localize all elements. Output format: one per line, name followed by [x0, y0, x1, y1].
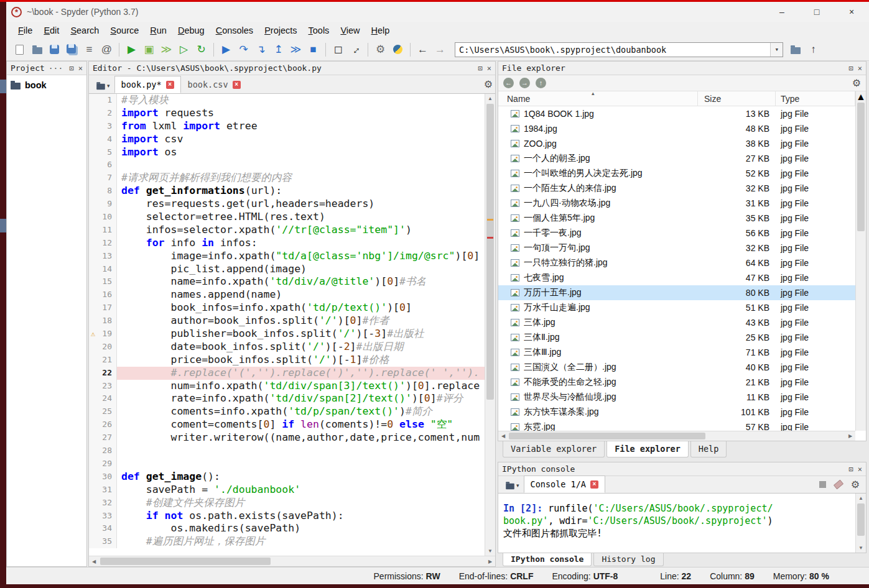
maximize-pane-icon[interactable]: ◻ [331, 42, 345, 57]
back-icon[interactable]: ← [416, 42, 430, 57]
open-file-icon[interactable] [30, 42, 44, 57]
console-vertical-scrollbar[interactable]: ▲ ▼ [855, 494, 866, 553]
column-header-type[interactable]: Type [776, 91, 855, 106]
file-row[interactable]: 东霓.jpg57 KBjpg File [498, 420, 855, 431]
file-row[interactable]: 世界尽头与冷酷仙境.jpg11 KBjpg File [498, 390, 855, 405]
step-out-icon[interactable]: ↥ [271, 42, 286, 57]
tab-history-log[interactable]: History log [593, 553, 663, 566]
preferences-icon[interactable]: ⚙ [373, 42, 388, 57]
undock-icon[interactable]: ⊡ [70, 64, 74, 73]
scroll-up-icon[interactable]: ▲ [485, 94, 495, 103]
console-body[interactable]: In [2]: runfile('C:/Users/ASUS/book/.spy… [498, 494, 866, 553]
close-button[interactable]: × [834, 2, 869, 22]
close-tab-icon[interactable]: × [233, 81, 241, 89]
forward-icon[interactable]: → [433, 42, 447, 57]
scroll-up-icon[interactable]: ▲ [856, 494, 866, 503]
parent-directory-icon[interactable]: ↑ [806, 42, 820, 57]
run-cell-icon[interactable]: ▣ [142, 42, 156, 57]
file-row[interactable]: 一个叫欧维的男人决定去死.jpg52 KBjpg File [498, 166, 855, 181]
menu-run[interactable]: Run [144, 24, 172, 37]
file-row[interactable]: 一只特立独行的猪.jpg64 KBjpg File [498, 255, 855, 270]
menu-source[interactable]: Source [105, 24, 144, 37]
file-row[interactable]: 三国演义（全二册）.jpg40 KBjpg File [498, 360, 855, 375]
remove-variables-icon[interactable] [833, 480, 843, 490]
editor-options-gear-icon[interactable]: ⚙ [484, 78, 493, 90]
browse-tabs-icon[interactable]: ▾ [91, 78, 114, 93]
file-row[interactable]: 一九八四·动物农场.jpg31 KBjpg File [498, 196, 855, 211]
desktop-icon[interactable] [0, 80, 6, 93]
scroll-right-icon[interactable]: ▶ [485, 556, 495, 566]
scroll-down-icon[interactable]: ▼ [856, 543, 866, 553]
menu-tools[interactable]: Tools [303, 24, 335, 37]
scrollbar-thumb[interactable] [857, 103, 865, 231]
file-row[interactable]: 三体Ⅱ.jpg25 KBjpg File [498, 330, 855, 345]
close-pane-icon[interactable]: × [858, 64, 862, 73]
menu-file[interactable]: File [12, 24, 38, 37]
undock-icon[interactable]: ⊡ [478, 64, 483, 73]
file-row[interactable]: 一个人的朝圣.jpg27 KBjpg File [498, 151, 855, 166]
console-tab[interactable]: Console 1/A × [524, 475, 605, 493]
file-row[interactable]: ZOO.jpg38 KBjpg File [498, 136, 855, 151]
save-all-icon[interactable] [65, 42, 79, 57]
editor-horizontal-scrollbar[interactable]: ◀ ▶ [89, 556, 495, 566]
close-pane-icon[interactable]: × [487, 64, 491, 73]
code-editor[interactable]: 1#导入模块2import requests3from lxml import … [89, 94, 495, 556]
scroll-down-icon[interactable]: ▼ [485, 546, 495, 556]
fullscreen-icon[interactable]: ↔ [345, 39, 366, 60]
step-over-icon[interactable]: ↷ [236, 42, 251, 57]
step-into-icon[interactable]: ↴ [254, 42, 268, 57]
save-file-icon[interactable] [47, 42, 62, 57]
scroll-left-icon[interactable]: ◀ [498, 431, 508, 441]
scrollbar-thumb[interactable] [486, 104, 494, 400]
menu-help[interactable]: Help [366, 24, 396, 37]
combo-dropdown-icon[interactable]: ▾ [770, 43, 783, 57]
interrupt-kernel-icon[interactable] [819, 481, 826, 488]
pythonpath-manager-icon[interactable] [391, 42, 405, 57]
file-row[interactable]: 一千零一夜.jpg56 KBjpg File [498, 226, 855, 241]
parent-folder-icon[interactable]: ↑ [536, 78, 546, 88]
file-row[interactable]: 一个陌生女人的来信.jpg32 KBjpg File [498, 181, 855, 196]
close-tab-icon[interactable]: × [166, 81, 174, 89]
console-options-gear-icon[interactable]: ⚙ [851, 479, 860, 490]
forward-icon[interactable]: → [519, 78, 530, 88]
tab-help[interactable]: Help [690, 441, 727, 457]
column-header-name[interactable]: Name ▴ [498, 91, 698, 106]
file-explorer-options-gear-icon[interactable]: ⚙ [852, 77, 861, 89]
editor-vertical-scrollbar[interactable]: ▲ ▼ [485, 94, 495, 556]
file-row[interactable]: 东方快车谋杀案.jpg101 KBjpg File [498, 405, 855, 420]
menu-consoles[interactable]: Consoles [210, 24, 259, 37]
file-row[interactable]: 三体Ⅲ.jpg71 KBjpg File [498, 345, 855, 360]
find-symbols-icon[interactable]: @ [100, 42, 114, 57]
debug-file-icon[interactable]: ▶ [219, 42, 233, 57]
close-pane-icon[interactable]: × [858, 465, 862, 474]
stop-debug-icon[interactable]: ■ [306, 42, 320, 57]
minimize-button[interactable]: – [764, 2, 799, 22]
new-file-icon[interactable] [12, 42, 27, 57]
run-cell-advance-icon[interactable]: ≫ [159, 42, 174, 57]
menu-view[interactable]: View [335, 24, 365, 37]
menu-projects[interactable]: Projects [259, 24, 302, 37]
editor-tab-book-py[interactable]: book.py*× [114, 76, 181, 93]
file-row[interactable]: 七夜雪.jpg47 KBjpg File [498, 270, 855, 285]
run-selection-icon[interactable]: ▷ [177, 42, 191, 57]
browse-tabs-icon[interactable]: ▾ [501, 478, 524, 493]
project-options-icon[interactable]: ··· [49, 63, 63, 73]
continue-execution-icon[interactable]: ≫ [289, 42, 303, 57]
file-explorer-vertical-scrollbar[interactable]: ▲ ▼ [855, 91, 866, 431]
menu-search[interactable]: Search [65, 24, 105, 37]
file-switcher-icon[interactable]: ≡ [82, 42, 96, 57]
close-tab-icon[interactable]: × [590, 480, 598, 489]
scroll-right-icon[interactable]: ▶ [845, 431, 855, 441]
close-pane-icon[interactable]: × [78, 64, 83, 73]
scroll-left-icon[interactable]: ◀ [89, 556, 99, 566]
maximize-button[interactable]: □ [799, 2, 834, 22]
tab-ipython-console[interactable]: IPython console [503, 553, 592, 566]
file-row[interactable]: 一個人住第5年.jpg35 KBjpg File [498, 211, 855, 226]
column-header-size[interactable]: Size [698, 91, 776, 106]
menu-debug[interactable]: Debug [172, 24, 210, 37]
scroll-up-icon[interactable]: ▲ [856, 91, 866, 102]
scrollbar-thumb[interactable] [509, 433, 705, 439]
back-icon[interactable]: ← [503, 78, 514, 88]
warning-icon[interactable]: ⚠ [91, 328, 95, 341]
project-tree[interactable]: book [7, 75, 86, 95]
